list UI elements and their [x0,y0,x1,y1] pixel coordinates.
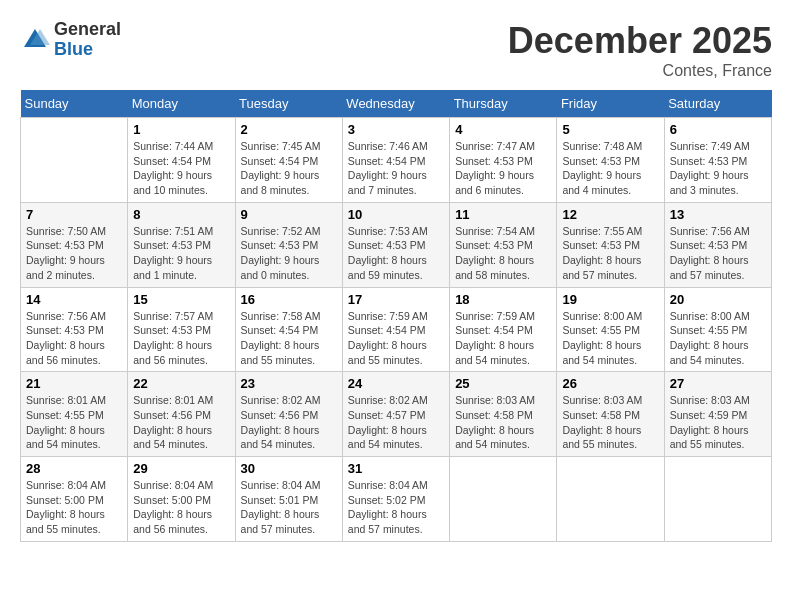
cell-info: Sunrise: 8:03 AMSunset: 4:58 PMDaylight:… [562,393,658,452]
calendar-table: SundayMondayTuesdayWednesdayThursdayFrid… [20,90,772,542]
day-number: 31 [348,461,444,476]
calendar-cell: 6Sunrise: 7:49 AMSunset: 4:53 PMDaylight… [664,118,771,203]
cell-info: Sunrise: 8:04 AMSunset: 5:01 PMDaylight:… [241,478,337,537]
calendar-cell: 23Sunrise: 8:02 AMSunset: 4:56 PMDayligh… [235,372,342,457]
day-number: 16 [241,292,337,307]
day-number: 9 [241,207,337,222]
cell-info: Sunrise: 8:04 AMSunset: 5:00 PMDaylight:… [26,478,122,537]
week-row-1: 1Sunrise: 7:44 AMSunset: 4:54 PMDaylight… [21,118,772,203]
calendar-cell: 1Sunrise: 7:44 AMSunset: 4:54 PMDaylight… [128,118,235,203]
cell-info: Sunrise: 8:01 AMSunset: 4:56 PMDaylight:… [133,393,229,452]
week-row-2: 7Sunrise: 7:50 AMSunset: 4:53 PMDaylight… [21,202,772,287]
cell-info: Sunrise: 7:50 AMSunset: 4:53 PMDaylight:… [26,224,122,283]
week-row-5: 28Sunrise: 8:04 AMSunset: 5:00 PMDayligh… [21,457,772,542]
cell-info: Sunrise: 8:02 AMSunset: 4:57 PMDaylight:… [348,393,444,452]
logo-blue: Blue [54,40,121,60]
location-subtitle: Contes, France [508,62,772,80]
day-number: 21 [26,376,122,391]
cell-info: Sunrise: 8:03 AMSunset: 4:58 PMDaylight:… [455,393,551,452]
cell-info: Sunrise: 8:01 AMSunset: 4:55 PMDaylight:… [26,393,122,452]
calendar-cell [664,457,771,542]
day-number: 13 [670,207,766,222]
calendar-cell: 19Sunrise: 8:00 AMSunset: 4:55 PMDayligh… [557,287,664,372]
calendar-cell: 8Sunrise: 7:51 AMSunset: 4:53 PMDaylight… [128,202,235,287]
cell-info: Sunrise: 7:56 AMSunset: 4:53 PMDaylight:… [670,224,766,283]
day-number: 25 [455,376,551,391]
calendar-cell: 7Sunrise: 7:50 AMSunset: 4:53 PMDaylight… [21,202,128,287]
header-thursday: Thursday [450,90,557,118]
calendar-cell: 28Sunrise: 8:04 AMSunset: 5:00 PMDayligh… [21,457,128,542]
calendar-cell: 14Sunrise: 7:56 AMSunset: 4:53 PMDayligh… [21,287,128,372]
cell-info: Sunrise: 8:02 AMSunset: 4:56 PMDaylight:… [241,393,337,452]
calendar-cell: 29Sunrise: 8:04 AMSunset: 5:00 PMDayligh… [128,457,235,542]
cell-info: Sunrise: 7:59 AMSunset: 4:54 PMDaylight:… [455,309,551,368]
calendar-cell: 20Sunrise: 8:00 AMSunset: 4:55 PMDayligh… [664,287,771,372]
cell-info: Sunrise: 7:55 AMSunset: 4:53 PMDaylight:… [562,224,658,283]
calendar-cell: 3Sunrise: 7:46 AMSunset: 4:54 PMDaylight… [342,118,449,203]
calendar-cell: 5Sunrise: 7:48 AMSunset: 4:53 PMDaylight… [557,118,664,203]
day-number: 2 [241,122,337,137]
calendar-cell: 10Sunrise: 7:53 AMSunset: 4:53 PMDayligh… [342,202,449,287]
day-number: 19 [562,292,658,307]
cell-info: Sunrise: 7:57 AMSunset: 4:53 PMDaylight:… [133,309,229,368]
cell-info: Sunrise: 8:04 AMSunset: 5:00 PMDaylight:… [133,478,229,537]
day-number: 11 [455,207,551,222]
day-number: 27 [670,376,766,391]
day-number: 10 [348,207,444,222]
day-number: 6 [670,122,766,137]
calendar-cell: 24Sunrise: 8:02 AMSunset: 4:57 PMDayligh… [342,372,449,457]
calendar-cell: 13Sunrise: 7:56 AMSunset: 4:53 PMDayligh… [664,202,771,287]
calendar-cell [450,457,557,542]
cell-info: Sunrise: 7:48 AMSunset: 4:53 PMDaylight:… [562,139,658,198]
day-number: 1 [133,122,229,137]
cell-info: Sunrise: 8:00 AMSunset: 4:55 PMDaylight:… [562,309,658,368]
logo-text: General Blue [54,20,121,60]
calendar-cell: 9Sunrise: 7:52 AMSunset: 4:53 PMDaylight… [235,202,342,287]
cell-info: Sunrise: 7:46 AMSunset: 4:54 PMDaylight:… [348,139,444,198]
day-number: 17 [348,292,444,307]
calendar-cell: 18Sunrise: 7:59 AMSunset: 4:54 PMDayligh… [450,287,557,372]
day-number: 15 [133,292,229,307]
cell-info: Sunrise: 7:58 AMSunset: 4:54 PMDaylight:… [241,309,337,368]
cell-info: Sunrise: 8:00 AMSunset: 4:55 PMDaylight:… [670,309,766,368]
calendar-cell [21,118,128,203]
cell-info: Sunrise: 7:51 AMSunset: 4:53 PMDaylight:… [133,224,229,283]
title-area: December 2025 Contes, France [508,20,772,80]
cell-info: Sunrise: 7:47 AMSunset: 4:53 PMDaylight:… [455,139,551,198]
header-monday: Monday [128,90,235,118]
cell-info: Sunrise: 7:54 AMSunset: 4:53 PMDaylight:… [455,224,551,283]
calendar-cell: 31Sunrise: 8:04 AMSunset: 5:02 PMDayligh… [342,457,449,542]
day-number: 29 [133,461,229,476]
day-number: 12 [562,207,658,222]
cell-info: Sunrise: 8:04 AMSunset: 5:02 PMDaylight:… [348,478,444,537]
cell-info: Sunrise: 7:45 AMSunset: 4:54 PMDaylight:… [241,139,337,198]
day-number: 8 [133,207,229,222]
calendar-cell: 17Sunrise: 7:59 AMSunset: 4:54 PMDayligh… [342,287,449,372]
day-number: 7 [26,207,122,222]
day-number: 26 [562,376,658,391]
cell-info: Sunrise: 7:52 AMSunset: 4:53 PMDaylight:… [241,224,337,283]
day-number: 14 [26,292,122,307]
day-number: 3 [348,122,444,137]
header-tuesday: Tuesday [235,90,342,118]
calendar-cell: 15Sunrise: 7:57 AMSunset: 4:53 PMDayligh… [128,287,235,372]
day-number: 4 [455,122,551,137]
calendar-cell: 22Sunrise: 8:01 AMSunset: 4:56 PMDayligh… [128,372,235,457]
logo-icon [20,25,50,55]
calendar-cell: 2Sunrise: 7:45 AMSunset: 4:54 PMDaylight… [235,118,342,203]
calendar-cell: 25Sunrise: 8:03 AMSunset: 4:58 PMDayligh… [450,372,557,457]
day-number: 5 [562,122,658,137]
header-wednesday: Wednesday [342,90,449,118]
day-number: 22 [133,376,229,391]
calendar-cell: 21Sunrise: 8:01 AMSunset: 4:55 PMDayligh… [21,372,128,457]
calendar-cell: 12Sunrise: 7:55 AMSunset: 4:53 PMDayligh… [557,202,664,287]
logo: General Blue [20,20,121,60]
day-number: 30 [241,461,337,476]
day-number: 20 [670,292,766,307]
month-title: December 2025 [508,20,772,62]
calendar-cell: 27Sunrise: 8:03 AMSunset: 4:59 PMDayligh… [664,372,771,457]
cell-info: Sunrise: 8:03 AMSunset: 4:59 PMDaylight:… [670,393,766,452]
cell-info: Sunrise: 7:44 AMSunset: 4:54 PMDaylight:… [133,139,229,198]
week-row-4: 21Sunrise: 8:01 AMSunset: 4:55 PMDayligh… [21,372,772,457]
calendar-cell: 16Sunrise: 7:58 AMSunset: 4:54 PMDayligh… [235,287,342,372]
